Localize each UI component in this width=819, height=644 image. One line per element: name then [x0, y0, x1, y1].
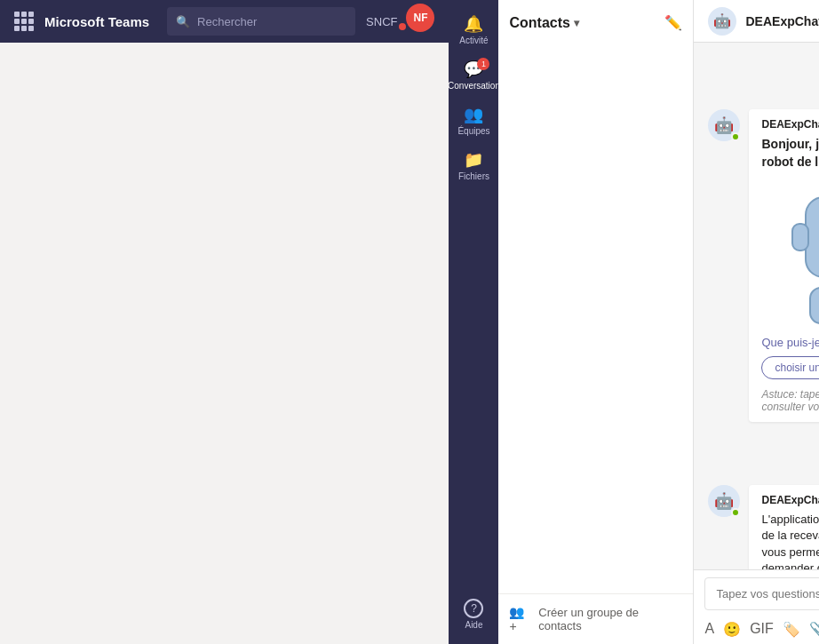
sidebar-item-activite[interactable]: 🔔 Activité: [449, 7, 498, 52]
svg-rect-5: [792, 224, 808, 250]
bot-avatar-1: 🤖: [708, 109, 740, 141]
bot-question-text: Que puis-je faire pour vous aider?: [761, 336, 819, 349]
top-bar-right: SNCF NF: [366, 4, 434, 39]
toolbar: A 🙂 GIF 🏷️ 📎 ▶ ↺ ··· ➤: [704, 616, 819, 640]
chevron-down-icon: ▾: [574, 17, 579, 29]
contacts-panel: Contacts ▾ ✏️ 👥+ Créer un groupe de cont…: [498, 0, 694, 644]
contacts-title-button[interactable]: Contacts ▾: [509, 15, 578, 31]
bot-avatar-header: 🤖: [708, 7, 736, 36]
app-name: Microsoft Teams: [44, 14, 149, 29]
sidebar-label-conversation: Conversation: [448, 81, 500, 91]
bot-intro-text: Bonjour, je suis RocBOT, le robot de l'E…: [761, 136, 819, 171]
teams-icon: 👥: [464, 105, 483, 124]
edit-icon[interactable]: ✏️: [664, 14, 682, 31]
bot-sender-1: DEAExpChatBot: [761, 118, 819, 131]
sidebar-label-activite: Activité: [459, 36, 488, 45]
bot-message-2: 🤖 DEAExpChatBot 19:10 L'application apol…: [708, 485, 819, 569]
help-icon: ?: [464, 599, 483, 618]
emoji-icon[interactable]: 🙂: [723, 621, 741, 638]
robot-illustration: [761, 178, 819, 329]
bot-msg-header-1: DEAExpChatBot 19:10: [761, 118, 819, 131]
apps-grid-icon[interactable]: [14, 12, 34, 31]
message-input[interactable]: [704, 577, 819, 610]
add-group-icon: 👥+: [509, 605, 531, 633]
sidebar-label-aide: Aide: [465, 620, 482, 630]
sidebar-label-equipes: Équipes: [457, 126, 489, 136]
create-group-label: Créer un groupe de contacts: [538, 606, 682, 632]
bot-msg-header-2: DEAExpChatBot 19:10: [761, 494, 819, 506]
input-bar: A 🙂 GIF 🏷️ 📎 ▶ ↺ ··· ➤: [694, 569, 819, 644]
org-label: SNCF: [366, 15, 397, 28]
sticker-icon[interactable]: 🏷️: [783, 621, 800, 638]
activity-icon: 🔔: [464, 14, 483, 34]
format-icon[interactable]: A: [704, 621, 714, 637]
main-chat-area: 🤖 DEAExpChatBot Conversation 19:10 bonjo…: [694, 0, 819, 644]
user-avatar[interactable]: NF: [406, 4, 434, 32]
create-group-button[interactable]: 👥+ Créer un groupe de contacts: [498, 593, 693, 644]
chat-header: 🤖 DEAExpChatBot Conversation: [694, 0, 819, 43]
gif-icon[interactable]: GIF: [750, 621, 774, 637]
chat-messages: 19:10 bonjour 🤖 DEAExpChatBot 19:10 Bonj…: [694, 43, 819, 569]
chat-badge: 1: [477, 58, 489, 70]
search-input[interactable]: [197, 15, 346, 28]
choice-button[interactable]: choisir un client: [761, 356, 819, 379]
files-icon: 📁: [464, 150, 483, 170]
user-message-1: 19:10 bonjour: [708, 57, 819, 99]
bot-online-indicator-2: [731, 508, 740, 517]
bot-msg-content-1: DEAExpChatBot 19:10 Bonjour, je suis Roc…: [749, 109, 819, 422]
sidebar-label-fichiers: Fichiers: [458, 171, 489, 181]
attach-icon[interactable]: 📎: [809, 621, 819, 638]
notification-dot: [399, 23, 406, 30]
user-message-2: 19:10 c'est quoi apollo ? ○: [708, 433, 819, 474]
search-icon: 🔍: [176, 15, 190, 28]
astuce-text: Astuce: tapez AIDE a tout moment pour co…: [761, 388, 819, 413]
sidebar-item-aide[interactable]: ? Aide: [449, 592, 498, 637]
bot-name-header: DEAExpChatBot: [745, 14, 819, 28]
bot-avatar-2: 🤖: [708, 485, 740, 517]
contacts-label: Contacts: [509, 15, 569, 31]
bot-msg-content-2: DEAExpChatBot 19:10 L'application apollo…: [749, 485, 819, 569]
contacts-header: Contacts ▾ ✏️: [498, 0, 693, 38]
sidebar-nav: 🔔 Activité 💬 1 Conversation 👥 Équipes 📁 …: [449, 0, 498, 644]
top-bar: Microsoft Teams 🔍 SNCF NF: [0, 0, 449, 43]
sidebar-item-equipes[interactable]: 👥 Équipes: [449, 98, 498, 143]
sidebar-item-conversation[interactable]: 💬 1 Conversation: [449, 52, 498, 98]
svg-rect-21: [810, 288, 819, 323]
bot-body-text-2: L'application apollo est la boite à outi…: [761, 512, 819, 569]
bot-message-1: 🤖 DEAExpChatBot 19:10 Bonjour, je suis R…: [708, 109, 819, 422]
sidebar-item-fichiers[interactable]: 📁 Fichiers: [449, 143, 498, 188]
search-bar[interactable]: 🔍: [167, 7, 355, 36]
bot-sender-2: DEAExpChatBot: [761, 494, 819, 506]
bot-online-indicator: [731, 132, 740, 141]
